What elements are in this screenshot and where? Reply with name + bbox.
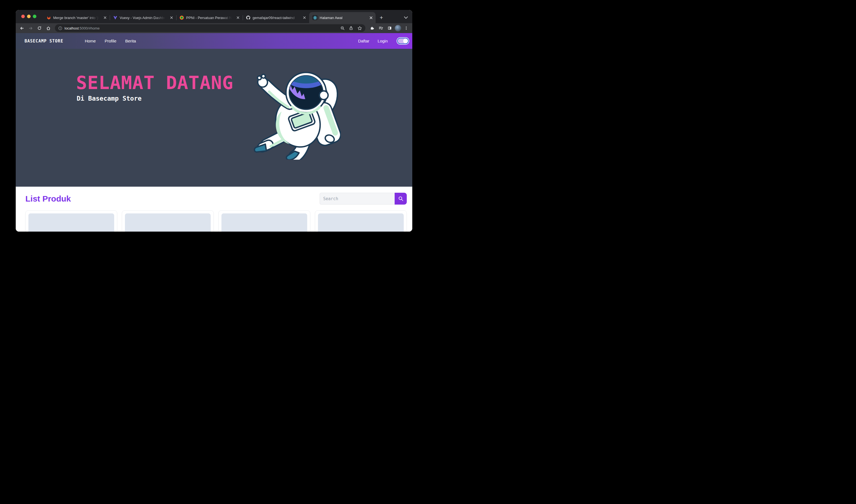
url-host: localhost bbox=[65, 26, 78, 30]
search-icon bbox=[398, 196, 404, 201]
product-grid bbox=[25, 210, 407, 232]
product-image-placeholder bbox=[125, 213, 211, 232]
close-tab-icon[interactable] bbox=[369, 15, 373, 20]
zoom-out-icon[interactable] bbox=[340, 26, 345, 30]
avatar[interactable] bbox=[395, 25, 401, 32]
menu-icon[interactable] bbox=[402, 24, 410, 32]
star-icon[interactable] bbox=[357, 26, 362, 31]
github-icon bbox=[246, 15, 250, 20]
site-navbar: BASECAMP STORE Home Profile Berita Dafta… bbox=[16, 33, 412, 49]
share-icon[interactable] bbox=[349, 26, 353, 30]
product-card[interactable] bbox=[25, 210, 117, 232]
search-input[interactable] bbox=[320, 193, 395, 204]
products-heading: List Produk bbox=[25, 194, 71, 203]
url-text: localhost:5000/#home bbox=[65, 26, 100, 30]
hero-section: SELAMAT DATANG Di Basecamp Store bbox=[16, 49, 412, 187]
close-tab-icon[interactable] bbox=[169, 15, 174, 20]
address-bar[interactable]: localhost:5000/#home bbox=[55, 24, 365, 32]
products-section: List Produk bbox=[16, 187, 412, 232]
back-icon[interactable] bbox=[18, 24, 26, 32]
tab-github-react-tailwind[interactable]: gemafajar09/react-tailwind bbox=[243, 12, 309, 23]
nav-link-profile[interactable]: Profile bbox=[105, 39, 117, 43]
forward-icon[interactable] bbox=[27, 24, 34, 32]
nav-actions: Daftar Login bbox=[358, 38, 409, 44]
nav-link-home[interactable]: Home bbox=[85, 39, 96, 43]
traffic-lights bbox=[21, 15, 36, 18]
tab-search-icon[interactable] bbox=[404, 15, 408, 19]
search-bar bbox=[320, 193, 407, 204]
vuexy-icon bbox=[113, 15, 118, 20]
close-tab-icon[interactable] bbox=[302, 15, 307, 20]
browser-window: Merge branch 'master' into 'jih Vuexy - … bbox=[16, 10, 412, 232]
react-icon bbox=[313, 15, 317, 20]
tab-title: Merge branch 'master' into 'jih bbox=[53, 16, 101, 20]
info-icon[interactable] bbox=[58, 26, 62, 30]
product-image-placeholder bbox=[29, 213, 114, 232]
tab-title: PPNI - Persatuan Perawat Nasi bbox=[186, 16, 233, 20]
url-path: :5000/#home bbox=[78, 26, 100, 30]
tab-title: Vuexy - Vuejs Admin Dashboar bbox=[120, 16, 167, 20]
new-tab-button[interactable]: + bbox=[378, 14, 385, 21]
sidebar-icon[interactable] bbox=[386, 24, 394, 32]
web-page: BASECAMP STORE Home Profile Berita Dafta… bbox=[16, 33, 412, 232]
nav-link-login[interactable]: Login bbox=[377, 39, 388, 43]
hero-subtitle: Di Basecamp Store bbox=[77, 95, 141, 102]
tab-title: gemafajar09/react-tailwind bbox=[253, 16, 300, 20]
tab-vuexy[interactable]: Vuexy - Vuejs Admin Dashboar bbox=[110, 12, 176, 23]
tab-halaman-awal[interactable]: Halaman Awal bbox=[309, 12, 376, 23]
product-card[interactable] bbox=[315, 210, 407, 232]
close-tab-icon[interactable] bbox=[103, 15, 108, 20]
zoom-window-button[interactable] bbox=[33, 15, 36, 18]
nav-link-berita[interactable]: Berita bbox=[125, 39, 136, 43]
product-card[interactable] bbox=[122, 210, 214, 232]
product-image-placeholder bbox=[318, 213, 404, 232]
hero-title: SELAMAT DATANG bbox=[76, 73, 233, 93]
tab-gitlab-merge[interactable]: Merge branch 'master' into 'jih bbox=[43, 12, 110, 23]
close-window-button[interactable] bbox=[21, 15, 25, 18]
product-image-placeholder bbox=[221, 213, 307, 232]
toggle-knob bbox=[403, 39, 408, 43]
theme-toggle[interactable] bbox=[397, 38, 409, 44]
tab-ppni[interactable]: PPNI - Persatuan Perawat Nasi bbox=[176, 12, 243, 23]
tab-title: Halaman Awal bbox=[320, 16, 366, 20]
search-button[interactable] bbox=[395, 193, 407, 204]
minimize-window-button[interactable] bbox=[27, 15, 31, 18]
nav-links: Home Profile Berita bbox=[85, 39, 136, 43]
gitlab-icon bbox=[47, 15, 51, 20]
brand-logo[interactable]: BASECAMP STORE bbox=[24, 39, 63, 43]
media-controls-icon[interactable] bbox=[377, 24, 385, 32]
astronaut-illustration bbox=[248, 66, 341, 160]
browser-toolbar: localhost:5000/#home bbox=[16, 23, 412, 33]
tab-strip: Merge branch 'master' into 'jih Vuexy - … bbox=[16, 10, 412, 23]
close-tab-icon[interactable] bbox=[235, 15, 240, 20]
ppni-icon bbox=[180, 15, 184, 20]
nav-link-daftar[interactable]: Daftar bbox=[358, 39, 369, 43]
extensions-icon[interactable] bbox=[368, 24, 376, 32]
reload-icon[interactable] bbox=[36, 24, 43, 32]
home-icon[interactable] bbox=[44, 24, 52, 32]
product-card[interactable] bbox=[218, 210, 310, 232]
